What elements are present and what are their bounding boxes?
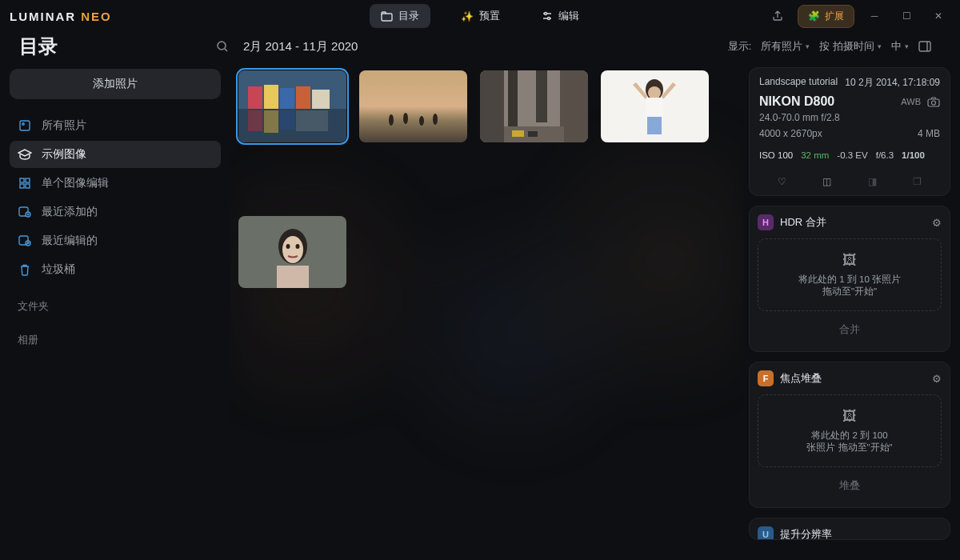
svg-rect-43 [647,117,662,134]
trash-icon [18,262,32,277]
thumbnail[interactable] [480,70,588,142]
compare-icon[interactable]: ◨ [868,176,877,187]
hdr-merge-button[interactable]: 合并 [758,316,942,343]
focus-dropzone[interactable]: 🖼 将此处的 2 到 100 张照片 拖动至"开始" [758,394,942,467]
right-panel: Landscape tutorial 10 2月 2014, 17:18:09 … [744,61,960,560]
page-title: 目录 [19,34,58,59]
extensions-button[interactable]: 🧩 扩展 [798,5,854,28]
heart-icon[interactable]: ♡ [778,176,786,187]
folders-header[interactable]: 文件夹 [10,285,221,318]
svg-rect-38 [528,131,538,137]
grid-icon [18,176,32,190]
lens-info: 24.0-70.0 mm f/2.8 [759,112,940,123]
svg-rect-21 [312,90,330,109]
filesize: 4 MB [918,128,940,139]
add-photos-button[interactable]: 添加照片 [10,69,221,99]
svg-point-1 [545,13,547,15]
thumbnail[interactable] [238,216,346,288]
hdr-dropzone[interactable]: 🖼 将此处的 1 到 10 张照片 拖动至"开始" [758,238,942,311]
svg-rect-32 [480,70,504,142]
recent-edit-icon [18,234,32,248]
svg-rect-33 [560,70,588,142]
nav-recent-edited[interactable]: 最近编辑的 [10,227,221,254]
thumbnail[interactable] [601,70,709,142]
svg-point-2 [548,18,550,20]
stack-icon[interactable]: ❐ [913,176,922,187]
thumbnail[interactable] [359,70,467,142]
svg-rect-5 [20,121,30,130]
svg-rect-20 [296,86,310,109]
show-label: 显示: [728,39,752,54]
thumbnail[interactable] [238,70,346,142]
upscale-panel: U 提升分辨率 [749,518,950,540]
focus-stack-button[interactable]: 堆叠 [758,472,942,499]
svg-rect-17 [248,86,262,109]
albums-header[interactable]: 相册 [10,318,221,352]
svg-rect-0 [382,14,392,21]
gear-icon[interactable]: ⚙ [932,373,942,385]
svg-rect-23 [264,110,278,133]
svg-point-48 [296,244,300,249]
svg-rect-34 [508,70,518,126]
photo-date: 10 2月 2014, 17:18:09 [845,76,940,90]
filter-dropdown[interactable]: 所有照片▾ [761,39,810,54]
date-range[interactable]: 2月 2014 - 11月 2020 [243,39,358,54]
svg-point-41 [648,86,661,99]
svg-point-6 [22,123,24,125]
close-button[interactable]: ✕ [926,6,950,26]
svg-point-47 [286,244,290,249]
svg-rect-9 [20,184,24,188]
awb-label: AWB [901,97,921,106]
share-icon[interactable] [766,6,790,26]
svg-point-28 [403,113,408,124]
photo-info-card: Landscape tutorial 10 2月 2014, 17:18:09 … [749,67,950,196]
sort-dropdown[interactable]: 按 拍摄时间▾ [819,39,882,54]
crop-icon[interactable]: ◫ [822,176,831,187]
svg-rect-50 [928,99,939,106]
camera-icon [927,97,940,107]
hdr-merge-panel: H HDR 合并 ⚙ 🖼 将此处的 1 到 10 张照片 拖动至"开始" 合并 [749,206,950,352]
layout-icon[interactable] [918,41,931,52]
maximize-button[interactable]: ☐ [894,6,918,26]
svg-rect-49 [277,266,309,288]
svg-rect-19 [280,88,294,109]
photo-icon [18,118,32,133]
thumbnail-grid [230,61,744,560]
nav-sample-images[interactable]: 示例图像 [10,141,221,168]
minimize-button[interactable]: ─ [862,6,886,26]
focus-badge-icon: F [758,370,774,386]
svg-rect-10 [26,184,30,188]
svg-rect-26 [359,70,467,142]
svg-point-29 [419,116,424,126]
images-icon: 🖼 [765,408,934,425]
graduation-icon [18,147,32,162]
upscale-badge-icon: U [758,526,774,540]
svg-point-30 [433,114,438,125]
svg-rect-42 [646,98,663,118]
size-dropdown[interactable]: 中▾ [891,39,909,54]
photo-title: Landscape tutorial [759,76,838,90]
svg-rect-4 [919,42,930,51]
svg-rect-37 [512,130,524,137]
tab-presets[interactable]: ✨ 预置 [450,4,511,28]
camera-model: NIKON D800 [759,94,834,109]
nav-recent-added[interactable]: 最近添加的 [10,198,221,226]
svg-rect-24 [280,110,294,130]
gear-icon[interactable]: ⚙ [932,217,942,229]
nav-trash[interactable]: 垃圾桶 [10,256,221,283]
focus-stack-panel: F 焦点堆叠 ⚙ 🖼 将此处的 2 到 100 张照片 拖动至"开始" 堆叠 [749,362,950,508]
search-icon[interactable] [216,40,229,53]
svg-point-27 [389,114,394,126]
nav-all-photos[interactable]: 所有照片 [10,112,221,139]
images-icon: 🖼 [765,252,934,269]
svg-point-51 [932,101,936,105]
tab-catalog[interactable]: 目录 [370,4,430,28]
svg-rect-7 [20,178,24,182]
svg-rect-8 [26,178,30,182]
nav-single-edits[interactable]: 单个图像编辑 [10,170,221,197]
svg-point-46 [282,236,303,263]
dimensions: 4000 x 2670px [759,128,822,139]
tab-edit[interactable]: 编辑 [530,4,590,28]
title-bar: LUMINARNEO 目录 ✨ 预置 编辑 🧩 扩展 ─ ☐ ✕ [0,0,960,32]
exif-row: ISO 10032 mm-0.3 EVf/6.31/100 [759,150,940,160]
